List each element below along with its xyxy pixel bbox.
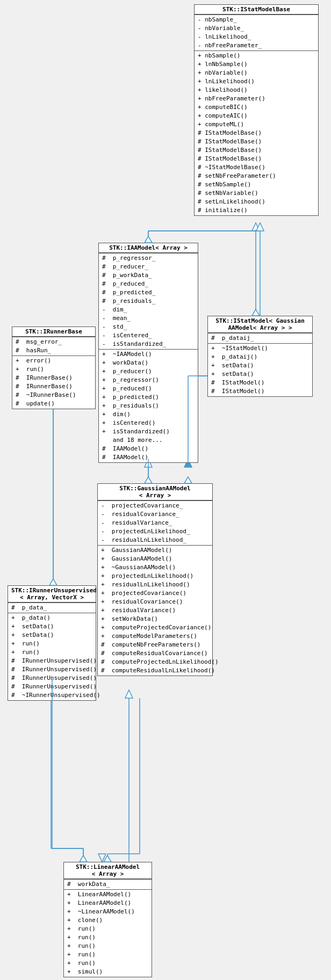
istatmodel-box: STK::IStatModel< GaussianAAModel< Array … [207, 316, 313, 397]
istatmodel-methods: + ~IStatModel() + p_dataij() + setData()… [208, 344, 312, 396]
linearaamodel-box: STK::LinearAAModel< Array > # workData_ … [63, 862, 152, 977]
istatmodelbase-title: STK::IStatModelBase [195, 5, 318, 15]
irunnerbase-box: STK::IRunnerBase # msg_error_ # hasRun_ … [12, 326, 96, 409]
svg-marker-27 [49, 579, 57, 585]
svg-marker-29 [145, 477, 152, 483]
iaamodel-fields: # p_regressor_ # p_reducer_ # p_workData… [99, 253, 198, 350]
svg-marker-40 [80, 855, 87, 862]
iaamodel-methods: + ~IAAModel() + workData() + p_reducer()… [99, 350, 198, 462]
svg-marker-36 [104, 855, 111, 862]
gaussianaamodel-box: STK::GaussianAAModel< Array > - projecte… [97, 483, 213, 676]
svg-marker-14 [125, 690, 133, 698]
gaussianaamodel-fields: - projectedCovariance_ - residualCovaria… [98, 501, 212, 546]
irunnerunsupervised-fields: # p_data_ [8, 603, 96, 613]
irunnerbase-fields: # msg_error_ # hasRun_ [12, 337, 95, 356]
istatmodel-title: STK::IStatModel< GaussianAAModel< Array … [208, 316, 312, 333]
istatmodel-fields: # p_dataij_ [208, 333, 312, 344]
istatmodelbase-methods: + nbSample() + lnNbSample() + nbVariable… [195, 51, 318, 215]
irunnerunsupervised-methods: + p_data() + setData() + setData() + run… [8, 613, 96, 700]
irunnerunsupervised-box: STK::IRunnerUnsupervised< Array, VectorX… [8, 585, 96, 701]
iaamodel-title: STK::IAAModel< Array > [99, 243, 198, 253]
svg-marker-18 [98, 854, 106, 862]
linearaamodel-title: STK::LinearAAModel< Array > [64, 862, 152, 880]
istatmodelbase-fields: - nbSample_ - nbVariable_ - lnLikelihood… [195, 15, 318, 51]
irunnerunsupervised-title: STK::IRunnerUnsupervised< Array, VectorX… [8, 586, 96, 603]
irunnerbase-methods: + error() + run() # IRunnerBase() # IRun… [12, 356, 95, 409]
svg-marker-3 [252, 223, 260, 231]
svg-marker-23 [145, 236, 152, 243]
linearaamodel-fields: # workData_ [64, 880, 152, 890]
svg-marker-32 [184, 477, 192, 483]
irunnerbase-title: STK::IRunnerBase [12, 327, 95, 337]
istatmodelbase-box: STK::IStatModelBase - nbSample_ - nbVari… [194, 4, 319, 216]
gaussianaamodel-methods: + GaussianAAModel() + GaussianAAModel() … [98, 546, 212, 676]
svg-marker-5 [256, 223, 264, 231]
gaussianaamodel-title: STK::GaussianAAModel< Array > [98, 484, 212, 501]
linearaamodel-methods: + LinearAAModel() + LinearAAModel() + ~L… [64, 890, 152, 977]
iaamodel-box: STK::IAAModel< Array > # p_regressor_ # … [98, 243, 198, 463]
svg-marker-25 [252, 309, 260, 316]
